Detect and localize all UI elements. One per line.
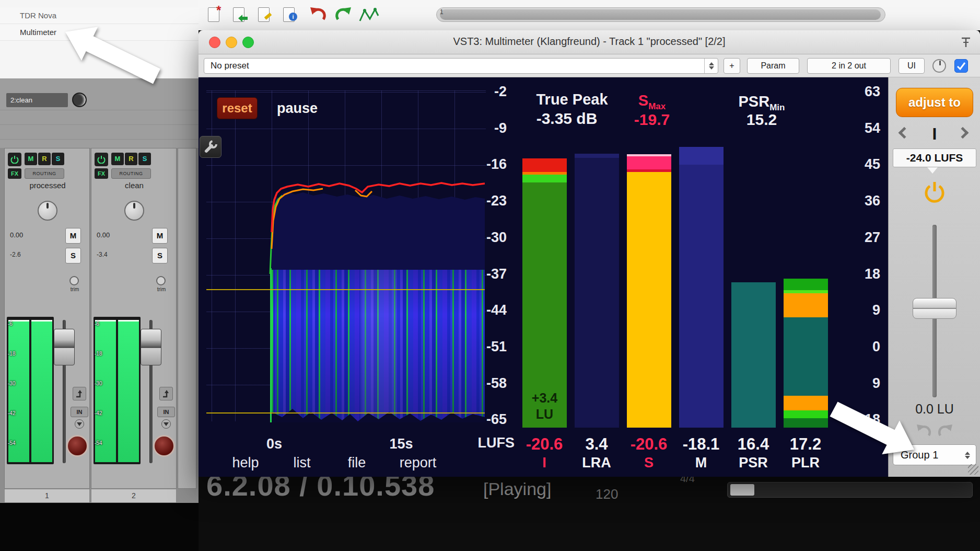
mute-button[interactable]: M: [152, 228, 168, 244]
fx-chain-item-tdr-nova[interactable]: TDR Nova: [0, 7, 199, 24]
input-button[interactable]: IN: [157, 407, 175, 417]
fx-button[interactable]: FX: [95, 168, 108, 179]
axis-right-tick: 9: [844, 375, 880, 392]
plugin-menu-file[interactable]: file: [328, 455, 386, 471]
pause-button[interactable]: pause: [277, 100, 318, 117]
send-level-knob[interactable]: [72, 93, 87, 107]
peak-history-lines: [256, 170, 486, 276]
solo-toggle[interactable]: S: [52, 153, 64, 165]
io-button[interactable]: 2 in 2 out: [807, 58, 891, 74]
record-arm-button[interactable]: [66, 435, 88, 457]
input-dropdown-icon[interactable]: [161, 419, 171, 429]
solo-button[interactable]: S: [152, 248, 168, 263]
fx-button[interactable]: FX: [8, 168, 21, 179]
record-toggle[interactable]: R: [38, 153, 51, 165]
add-preset-button[interactable]: +: [724, 58, 740, 74]
input-button[interactable]: IN: [71, 407, 88, 417]
smax-label: SMax: [623, 92, 681, 112]
right-chevron-icon[interactable]: [957, 127, 969, 139]
power-icon: [97, 155, 106, 164]
meter-label-S: S: [623, 455, 675, 471]
track-name: clean: [91, 181, 177, 190]
routing-button[interactable]: ROUTING: [25, 168, 64, 179]
track-number[interactable]: 1: [4, 489, 90, 503]
undo-icon[interactable]: [308, 5, 331, 26]
fx-power-button[interactable]: [95, 153, 108, 166]
pin-window-icon[interactable]: [959, 36, 973, 49]
reset-button[interactable]: reset: [217, 97, 258, 119]
new-project-icon[interactable]: *: [204, 5, 227, 26]
ui-button[interactable]: UI: [899, 58, 925, 74]
input-dropdown-icon[interactable]: [75, 419, 84, 429]
save-project-icon[interactable]: [254, 5, 277, 26]
plugin-menu-list[interactable]: list: [273, 455, 331, 471]
routing-button[interactable]: ROUTING: [111, 168, 151, 179]
meter-scale-tick: -18: [8, 351, 15, 357]
group-stepper-icon[interactable]: [962, 449, 973, 462]
receive-button[interactable]: [159, 387, 173, 400]
level-meter: -6-18-30-42-54: [7, 317, 54, 464]
gain-fader-handle[interactable]: [913, 298, 956, 319]
tempo-readout[interactable]: 120: [596, 486, 618, 502]
volume-fader[interactable]: [54, 329, 75, 365]
close-button[interactable]: [209, 37, 220, 48]
meter-value-PSR: 16.4: [727, 435, 779, 454]
trim-knob[interactable]: [156, 276, 166, 285]
target-loudness-value[interactable]: -24.0 LUFS: [893, 148, 976, 167]
envelope-icon[interactable]: [358, 5, 381, 26]
resize-grip[interactable]: [968, 464, 978, 475]
green-arrow-glyph: [237, 14, 249, 23]
meter-bar-segment: [522, 175, 567, 182]
pan-knob[interactable]: [38, 201, 57, 221]
volume-readout: 0.00: [10, 231, 23, 239]
solo-button[interactable]: S: [65, 248, 81, 263]
window-titlebar[interactable]: VST3: Multimeter (Klangfreund) - Track 1…: [199, 30, 980, 54]
meter-label-I: I: [518, 455, 570, 471]
solo-toggle[interactable]: S: [138, 153, 151, 165]
pan-knob[interactable]: [124, 201, 144, 221]
track-number[interactable]: 2: [91, 489, 177, 503]
receive-button[interactable]: [73, 387, 86, 400]
send-chip[interactable]: 2:clean: [6, 93, 68, 107]
zoom-button[interactable]: [242, 37, 254, 48]
fx-enabled-checkbox[interactable]: [954, 59, 968, 73]
plugin-menu-help[interactable]: help: [217, 455, 274, 471]
param-button[interactable]: Param: [747, 58, 799, 74]
open-project-icon[interactable]: [229, 5, 252, 26]
volume-fader[interactable]: [141, 329, 161, 365]
arrange-scrollbar-handle[interactable]: [440, 9, 881, 20]
time-tick: 0s: [251, 436, 298, 452]
mute-button[interactable]: M: [65, 228, 81, 244]
settings-button[interactable]: [200, 136, 221, 158]
minimize-button[interactable]: [226, 37, 237, 48]
axis-left-tick: -65: [462, 411, 507, 428]
psrmin-label: PSRMin: [722, 93, 801, 113]
receive-icon: [75, 389, 84, 398]
mute-toggle[interactable]: M: [111, 153, 124, 165]
meter-value-PLR: 17.2: [779, 435, 832, 454]
left-chevron-icon[interactable]: [899, 127, 911, 139]
trim-knob[interactable]: [69, 276, 79, 285]
meter-scale-tick: -18: [95, 351, 102, 357]
mute-toggle[interactable]: M: [25, 153, 37, 165]
fx-power-button[interactable]: [8, 153, 21, 166]
record-toggle[interactable]: R: [125, 153, 137, 165]
preset-dropdown[interactable]: No preset: [204, 58, 718, 74]
transport-scrollbar[interactable]: [727, 482, 973, 498]
power-toggle[interactable]: [923, 180, 946, 205]
project-info-icon[interactable]: i: [279, 5, 302, 26]
preset-stepper-icon[interactable]: [704, 59, 718, 73]
plugin-menu-report[interactable]: report: [389, 455, 447, 471]
target-meter-selector[interactable]: I: [926, 124, 943, 144]
redo-icon[interactable]: [333, 5, 356, 26]
axis-right-tick: 45: [844, 156, 880, 173]
transport-scrollbar-handle[interactable]: [730, 484, 754, 496]
meter-bar-segment: [784, 410, 828, 418]
wet-knob[interactable]: [932, 59, 946, 73]
redo-icon[interactable]: [937, 422, 954, 440]
record-arm-button[interactable]: [153, 435, 175, 457]
arrange-scrollbar[interactable]: [436, 7, 885, 22]
meter-bar-segment: [784, 418, 828, 428]
adjust-to-button[interactable]: adjust to: [896, 88, 973, 117]
pane-footer: [0, 503, 199, 551]
